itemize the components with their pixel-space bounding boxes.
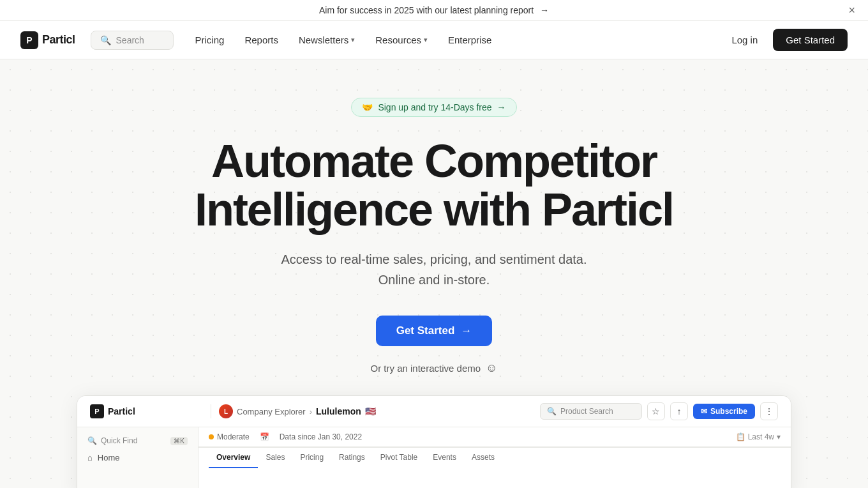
status-calendar-icon: 📅 — [260, 432, 269, 441]
sidebar-search-label: Quick Find — [101, 436, 137, 445]
app-tab-pricing[interactable]: Pricing — [292, 448, 331, 468]
nav-search-box[interactable]: 🔍 Search — [91, 31, 174, 50]
badge-text: Sign up and try 14-Days free — [378, 102, 491, 112]
announcement-close-button[interactable]: × — [848, 4, 855, 16]
app-tab-sales[interactable]: Sales — [258, 448, 292, 468]
app-logo-box: P — [90, 404, 104, 418]
app-tab-ratings[interactable]: Ratings — [331, 448, 373, 468]
badge-arrow: → — [497, 102, 506, 112]
hero-badge[interactable]: 🤝 Sign up and try 14-Days free → — [351, 98, 516, 117]
app-status-bar: Moderate 📅 Data since Jan 30, 2022 📋 Las… — [198, 427, 791, 447]
main-nav: P Particl 🔍 Search Pricing Reports Newsl… — [0, 21, 868, 59]
chevron-down-icon: ▾ — [351, 36, 355, 44]
company-logo: L — [219, 404, 233, 418]
app-tab-events[interactable]: Events — [425, 448, 464, 468]
app-star-button[interactable]: ☆ — [647, 402, 665, 420]
nav-link-newsletters[interactable]: Newsletters ▾ — [290, 31, 364, 49]
app-more-button[interactable]: ⋮ — [760, 402, 778, 420]
home-icon: ⌂ — [87, 453, 93, 462]
subscribe-icon: ✉ — [701, 407, 707, 416]
sidebar-home-label: Home — [98, 453, 120, 462]
breadcrumb-name: Lululemon — [316, 406, 361, 416]
sidebar-search-icon: 🔍 — [87, 436, 97, 445]
nav-link-pricing[interactable]: Pricing — [186, 31, 234, 49]
sidebar-item-home[interactable]: ⌂ Home — [77, 449, 198, 466]
app-tabs: Overview Sales Pricing Ratings Pivot Tab… — [198, 447, 791, 468]
nav-link-enterprise[interactable]: Enterprise — [439, 31, 500, 49]
subscribe-label: Subscribe — [710, 407, 747, 416]
app-tab-pivot[interactable]: Pivot Table — [373, 448, 425, 468]
breadcrumb-flag: 🇺🇸 — [365, 406, 376, 416]
status-moderate-label: Moderate — [217, 432, 250, 441]
demo-link[interactable]: Or try an interactive demo ☺ — [371, 362, 498, 375]
demo-icon: ☺ — [486, 362, 497, 375]
login-button[interactable]: Log in — [724, 31, 765, 49]
app-search-icon: 🔍 — [547, 407, 557, 416]
badge-icon: 🤝 — [362, 102, 373, 112]
app-last-meta[interactable]: 📋 Last 4w ▾ — [736, 432, 781, 441]
nav-links: Pricing Reports Newsletters ▾ Resources … — [186, 31, 724, 49]
app-tab-overview[interactable]: Overview — [209, 448, 258, 468]
app-breadcrumb: L Company Explorer › Lululemon 🇺🇸 — [219, 404, 532, 418]
breadcrumb-company: Company Explorer — [237, 407, 306, 416]
app-content: Moderate 📅 Data since Jan 30, 2022 📋 Las… — [198, 427, 791, 488]
sidebar-search-shortcut: ⌘K — [170, 437, 188, 445]
app-product-search[interactable]: 🔍 Product Search — [540, 403, 642, 420]
app-topbar-actions: 🔍 Product Search ☆ ↑ ✉ Subscribe ⋮ — [540, 402, 778, 420]
app-share-button[interactable]: ↑ — [670, 402, 688, 420]
app-body: 🔍 Quick Find ⌘K ⌂ Home Moderate 📅 — [77, 427, 791, 488]
breadcrumb-sep: › — [310, 407, 312, 416]
search-placeholder: Search — [116, 35, 144, 45]
announcement-text: Aim for success in 2025 with our latest … — [319, 5, 549, 15]
app-logo-area: P Particl — [90, 404, 211, 418]
status-moderate: Moderate — [209, 432, 250, 441]
app-sidebar: 🔍 Quick Find ⌘K ⌂ Home — [77, 427, 198, 488]
demo-text: Or try an interactive demo — [371, 363, 481, 374]
get-started-hero-button[interactable]: Get Started → — [376, 316, 493, 346]
nav-logo[interactable]: P Particl — [20, 31, 75, 49]
hero-subtitle: Access to real-time sales, pricing, and … — [268, 249, 600, 290]
app-search-placeholder: Product Search — [560, 407, 613, 416]
hero-title: Automate Competitor Intelligence with Pa… — [195, 137, 673, 234]
logo-text: Particl — [42, 33, 75, 47]
nav-link-resources[interactable]: Resources ▾ — [366, 31, 437, 49]
last-label: 📋 — [736, 432, 745, 441]
announcement-bar: Aim for success in 2025 with our latest … — [0, 0, 868, 21]
nav-link-reports[interactable]: Reports — [236, 31, 287, 49]
app-preview-card: P Particl L Company Explorer › Lululemon… — [77, 395, 791, 488]
get-started-nav-button[interactable]: Get Started — [773, 29, 848, 51]
sidebar-search[interactable]: 🔍 Quick Find ⌘K — [77, 432, 198, 449]
announcement-arrow: → — [540, 5, 549, 15]
hero-section: 🤝 Sign up and try 14-Days free → Automat… — [0, 59, 868, 488]
search-icon: 🔍 — [100, 35, 111, 45]
nav-actions: Log in Get Started — [724, 29, 848, 51]
last-chevron: ▾ — [777, 432, 781, 441]
status-data-label: Data since Jan 30, 2022 — [280, 432, 362, 441]
cta-arrow-icon: → — [461, 324, 472, 337]
logo-mark: P — [20, 31, 38, 49]
app-topbar: P Particl L Company Explorer › Lululemon… — [77, 396, 791, 427]
app-logo-name: Particl — [108, 406, 135, 416]
app-tab-assets[interactable]: Assets — [464, 448, 502, 468]
status-dot — [209, 434, 214, 439]
app-subscribe-button[interactable]: ✉ Subscribe — [693, 404, 755, 419]
chevron-down-icon: ▾ — [424, 36, 428, 44]
